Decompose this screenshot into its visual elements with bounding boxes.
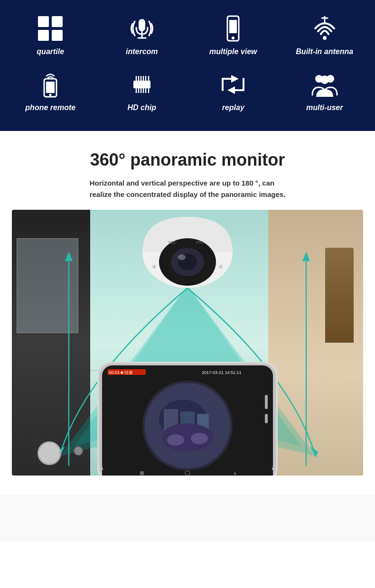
svg-point-7 [232, 37, 234, 39]
svg-rect-3 [52, 30, 63, 41]
hd-chip-label: HD chip [128, 103, 156, 112]
panoramic-desc-line2: realize the concentrated display of the … [90, 190, 286, 198]
multi-user-icon [310, 70, 339, 99]
camera-dome: MIC PIR [140, 215, 235, 290]
phone-svg: 00:03 ■ 结束 2017-03-21 14:51:11 [93, 362, 282, 476]
svg-text:MIC: MIC [169, 240, 177, 245]
feature-quartile: quartile [5, 9, 96, 61]
quartile-label: quartile [37, 47, 64, 56]
svg-text:00:03 ■ 结束: 00:03 ■ 结束 [109, 370, 133, 375]
replay-icon [219, 70, 247, 99]
svg-point-44 [219, 265, 223, 269]
svg-point-43 [152, 265, 156, 269]
panoramic-description: Horizontal and vertical perspective are … [90, 177, 286, 200]
svg-text:2017-03-21 14:51:11: 2017-03-21 14:51:11 [202, 370, 242, 375]
svg-point-58 [167, 434, 184, 446]
feature-phone-remote: phone remote [5, 65, 96, 117]
phone-camera-dot [74, 446, 83, 456]
intercom-label: intercom [126, 47, 158, 56]
panoramic-illustration: MIC PIR 00:03 ■ 结束 2017-03-21 14:51:11 [12, 210, 363, 476]
svg-point-11 [49, 94, 52, 96]
svg-rect-10 [46, 82, 55, 93]
phone-remote-label: phone remote [25, 103, 75, 112]
features-grid: quartile intercom [5, 9, 370, 117]
panoramic-section: 360° panoramic monitor Horizontal and ve… [0, 131, 375, 495]
feature-multiple-view: multiple view [188, 9, 279, 61]
svg-text:PIR: PIR [196, 240, 204, 245]
phone-remote-icon [36, 70, 65, 99]
panoramic-desc-line1: Horizontal and vertical perspective are … [90, 179, 274, 187]
built-in-antenna-label: Built-in antenna [296, 47, 353, 56]
svg-rect-12 [133, 81, 150, 88]
svg-rect-63 [140, 471, 144, 475]
replay-label: replay [222, 103, 244, 112]
dome-svg: MIC PIR [140, 215, 235, 290]
feature-hd-chip: HD chip [96, 65, 188, 117]
multiple-view-icon [219, 14, 247, 43]
svg-rect-1 [52, 16, 63, 27]
hd-chip-icon [128, 70, 156, 99]
phone-mockup: 00:03 ■ 结束 2017-03-21 14:51:11 [93, 362, 282, 476]
feature-intercom: intercom [96, 9, 188, 61]
svg-point-40 [178, 254, 186, 260]
svg-rect-60 [265, 395, 268, 409]
panoramic-title: 360° panoramic monitor [9, 150, 366, 170]
svg-rect-61 [265, 414, 268, 423]
built-in-antenna-icon [310, 14, 339, 43]
multiple-view-label: multiple view [209, 47, 257, 56]
multi-user-label: multi-user [306, 103, 343, 112]
svg-rect-4 [139, 19, 145, 31]
svg-marker-33 [65, 252, 73, 261]
bottom-spacer [0, 495, 375, 542]
svg-rect-2 [38, 30, 49, 41]
features-section: quartile intercom [0, 0, 375, 131]
quartile-icon [36, 14, 65, 43]
phone-home-button [38, 441, 61, 465]
svg-point-8 [323, 36, 327, 40]
feature-multi-user: multi-user [279, 65, 371, 117]
svg-point-29 [320, 75, 329, 84]
svg-point-59 [191, 433, 208, 444]
feature-replay: replay [188, 65, 279, 117]
intercom-icon [128, 14, 156, 43]
svg-marker-35 [302, 252, 310, 261]
svg-marker-25 [231, 75, 239, 83]
svg-rect-0 [38, 16, 49, 27]
svg-marker-26 [227, 86, 235, 94]
feature-built-in-antenna: Built-in antenna [279, 9, 371, 61]
svg-rect-6 [229, 20, 237, 33]
